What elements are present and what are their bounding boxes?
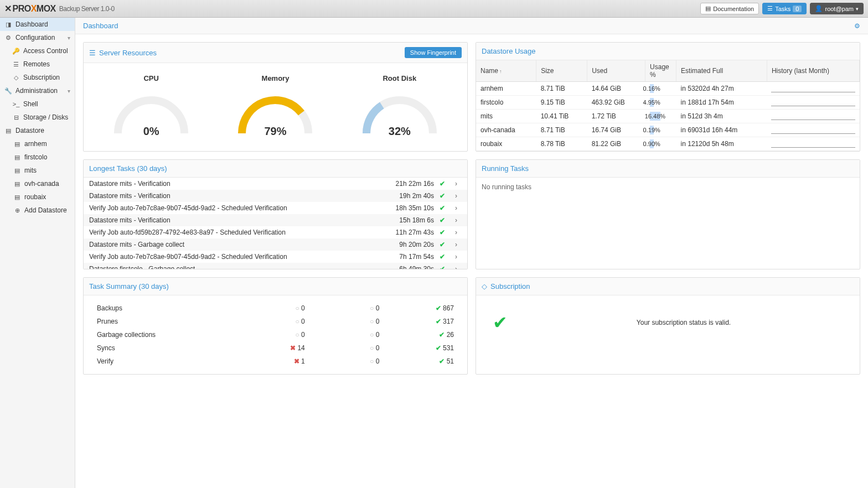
status-ok-icon: ✔: [434, 229, 451, 236]
summary-row: Verify ✖ 1 ○ 0 ✔ 51: [90, 355, 461, 367]
summary-row: Prunes ○ 0 ○ 0 ✔ 317: [90, 315, 461, 328]
sidebar-item-datastore[interactable]: ▤ Datastore: [0, 124, 75, 137]
summary-row: Backups ○ 0 ○ 0 ✔ 867: [90, 302, 461, 314]
sparkline: [771, 85, 855, 92]
status-ok-icon: ✔: [434, 216, 451, 224]
sidebar-item-configuration[interactable]: ⚙ Configuration ▾: [0, 31, 75, 44]
server-icon: ☰: [12, 61, 20, 68]
chevron-right-icon[interactable]: ›: [451, 241, 462, 248]
database-icon: ▤: [13, 194, 21, 201]
col-name[interactable]: Name↑: [476, 60, 536, 82]
task-summary-table: Backups ○ 0 ○ 0 ✔ 867Prunes ○ 0 ○ 0 ✔ 31…: [89, 301, 462, 368]
key-icon: 🔑: [12, 48, 20, 55]
error-icon: ✖: [290, 344, 296, 352]
sparkline: [771, 126, 855, 134]
plus-circle-icon: ⊕: [13, 207, 21, 214]
support-icon: ◇: [12, 74, 20, 81]
database-icon: ▤: [13, 180, 21, 188]
chevron-right-icon[interactable]: ›: [451, 253, 462, 261]
task-row[interactable]: Verify Job auto-fd59b287-4792-4e83-8a97 …: [84, 226, 467, 238]
tasks-button[interactable]: ☰ Tasks 0: [762, 3, 807, 14]
sidebar-item-dashboard[interactable]: ◨ Dashboard: [0, 18, 75, 31]
chevron-right-icon[interactable]: ›: [451, 180, 462, 188]
user-menu-button[interactable]: 👤 root@pam ▾: [810, 3, 864, 14]
chevron-right-icon[interactable]: ›: [451, 216, 462, 224]
task-row[interactable]: Datastore mits - Verification 21h 22m 16…: [84, 178, 467, 190]
show-fingerprint-button[interactable]: Show Fingerprint: [405, 47, 462, 58]
table-row[interactable]: ovh-canada8.71 TiB16.74 GiB 0.19% in 690…: [476, 123, 860, 137]
settings-gear-icon[interactable]: ⚙: [854, 22, 860, 30]
sidebar-item-datastore-roubaix[interactable]: ▤roubaix: [0, 190, 75, 204]
warn-icon: ○: [370, 304, 374, 312]
task-row[interactable]: Datastore mits - Garbage collect 9h 20m …: [84, 238, 467, 251]
ok-icon: ✔: [436, 304, 441, 312]
breadcrumb-text: Dashboard: [83, 22, 118, 30]
chevron-right-icon[interactable]: ›: [451, 265, 462, 269]
longest-tasks-list[interactable]: Datastore mits - Verification 21h 22m 16…: [84, 178, 467, 269]
book-icon: ▤: [705, 5, 711, 12]
sidebar-item-datastore-ovh-canada[interactable]: ▤ovh-canada: [0, 177, 75, 190]
table-row[interactable]: firstcolo9.15 TiB463.92 GiB 4.95% in 188…: [476, 96, 860, 110]
warn-icon: ○: [370, 357, 374, 365]
table-row[interactable]: roubaix8.78 TiB81.22 GiB 0.90% in 12120d…: [476, 137, 860, 151]
col-size[interactable]: Size: [536, 60, 587, 82]
error-icon: ○: [296, 304, 299, 312]
panel-running-tasks: Running Tasks No running tasks: [476, 159, 860, 269]
status-ok-icon: ✔: [434, 241, 451, 248]
sidebar-item-datastore-arnhem[interactable]: ▤arnhem: [0, 137, 75, 150]
warn-icon: ○: [370, 331, 374, 339]
sidebar-item-remotes[interactable]: ☰ Remotes: [0, 58, 75, 71]
task-row[interactable]: Verify Job auto-7eb7c8ae-9b07-45dd-9ad2 …: [84, 202, 467, 214]
sidebar-item-datastore-firstcolo[interactable]: ▤firstcolo: [0, 150, 75, 164]
summary-row: Garbage collections ○ 0 ○ 0 ✔ 26: [90, 329, 461, 341]
sidebar-item-datastore-mits[interactable]: ▤mits: [0, 164, 75, 177]
task-row[interactable]: Datastore firstcolo - Garbage collect 6h…: [84, 263, 467, 269]
chevron-right-icon[interactable]: ›: [451, 229, 462, 236]
task-row[interactable]: Datastore mits - Verification 19h 2m 40s…: [84, 190, 467, 202]
gauge-root-disk: Root Disk 32%: [355, 74, 444, 139]
documentation-button[interactable]: ▤ Documentation: [700, 3, 759, 14]
status-ok-icon: ✔: [434, 265, 451, 269]
sidebar-item-access-control[interactable]: 🔑 Access Control: [0, 44, 75, 58]
status-ok-icon: ✔: [434, 204, 451, 212]
ok-icon: ✔: [436, 344, 441, 352]
tasks-count-badge: 0: [793, 6, 802, 12]
table-row[interactable]: mits10.41 TiB1.72 TiB 16.48% in 512d 3h …: [476, 110, 860, 123]
gauge-memory: Memory 79%: [231, 74, 319, 139]
chevron-down-icon: ▾: [68, 88, 70, 94]
sidebar-item-storage-disks[interactable]: ⊟ Storage / Disks: [0, 111, 75, 124]
sidebar-item-subscription[interactable]: ◇ Subscription: [0, 71, 75, 84]
table-row[interactable]: arnhem8.71 TiB14.64 GiB 0.16% in 53202d …: [476, 82, 860, 96]
col-est[interactable]: Estimated Full: [676, 60, 767, 82]
ok-icon: ✔: [436, 318, 441, 325]
col-used[interactable]: Used: [587, 60, 645, 82]
hdd-icon: ⊟: [12, 114, 20, 121]
datastore-usage-table: Name↑ Size Used Usage % Estimated Full H…: [476, 60, 860, 151]
sort-asc-icon: ↑: [499, 69, 502, 74]
gauge-value: 79%: [231, 125, 319, 138]
check-icon: ✔: [493, 312, 508, 333]
chevron-right-icon[interactable]: ›: [451, 204, 462, 212]
terminal-icon: >_: [12, 101, 20, 107]
warn-icon: ○: [370, 318, 374, 325]
panel-datastore-usage: Datastore Usage Name↑ Size Used Usage % …: [476, 42, 860, 152]
sidebar-item-add-datastore[interactable]: ⊕ Add Datastore: [0, 204, 75, 217]
gauge-value: 32%: [355, 125, 444, 138]
sidebar-item-shell[interactable]: >_ Shell: [0, 97, 75, 111]
running-tasks-empty: No running tasks: [476, 178, 860, 196]
col-history[interactable]: History (last Month): [767, 60, 859, 82]
sparkline: [771, 112, 855, 120]
task-row[interactable]: Datastore mits - Verification 15h 18m 6s…: [84, 214, 467, 226]
panel-server-resources: ☰Server Resources Show Fingerprint CPU 0…: [83, 42, 468, 152]
wrench-icon: 🔧: [4, 87, 12, 95]
breadcrumb: Dashboard ⚙: [75, 18, 868, 34]
chart-icon: ☰: [89, 49, 96, 57]
panel-subscription: ◇Subscription ✔ Your subscription status…: [476, 277, 860, 375]
task-row[interactable]: Verify Job auto-7eb7c8ae-9b07-45dd-9ad2 …: [84, 251, 467, 263]
chevron-right-icon[interactable]: ›: [451, 192, 462, 200]
database-icon: ▤: [4, 127, 12, 134]
sidebar-item-administration[interactable]: 🔧 Administration ▾: [0, 84, 75, 97]
chevron-down-icon: ▾: [68, 35, 70, 41]
col-usage[interactable]: Usage %: [645, 60, 676, 82]
status-ok-icon: ✔: [434, 192, 451, 200]
